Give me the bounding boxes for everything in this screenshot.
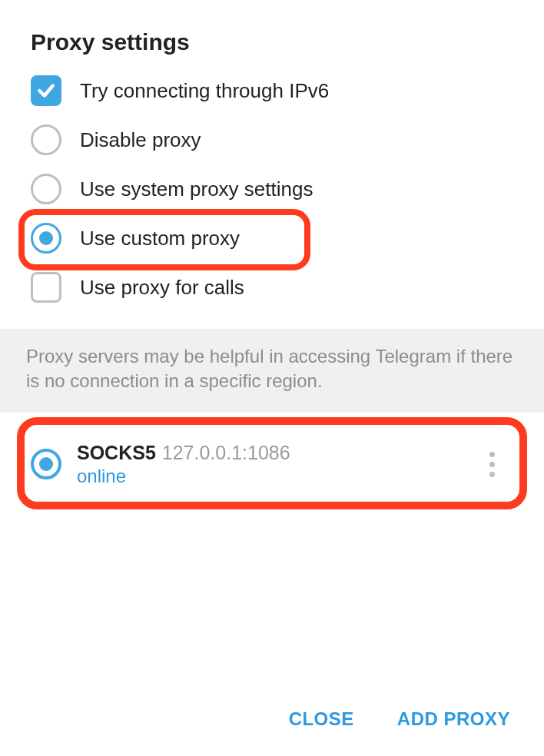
checkbox-icon [31, 75, 61, 106]
dialog-title: Proxy settings [0, 0, 544, 75]
option-label: Try connecting through IPv6 [80, 79, 329, 103]
hint-text: Proxy servers may be helpful in accessin… [26, 344, 518, 394]
proxy-info: SOCKS5127.0.0.1:1086 online [77, 442, 290, 487]
option-label: Use proxy for calls [80, 276, 244, 300]
radio-icon [31, 124, 61, 155]
option-disable-proxy[interactable]: Disable proxy [31, 124, 513, 155]
radio-icon [31, 174, 61, 204]
option-label: Use system proxy settings [80, 177, 313, 201]
proxy-item[interactable]: SOCKS5127.0.0.1:1086 online [26, 428, 518, 501]
proxy-settings-dialog: Proxy settings Try connecting through IP… [0, 0, 544, 756]
proxy-status: online [77, 466, 290, 487]
close-button[interactable]: CLOSE [289, 708, 354, 730]
check-icon [36, 81, 56, 101]
option-system-proxy[interactable]: Use system proxy settings [31, 174, 513, 204]
proxy-type: SOCKS5 [77, 442, 156, 463]
proxy-list: SOCKS5127.0.0.1:1086 online [0, 413, 544, 516]
proxy-address: 127.0.0.1:1086 [162, 442, 290, 463]
hint-panel: Proxy servers may be helpful in accessin… [0, 329, 544, 413]
radio-icon [31, 223, 61, 254]
option-label: Disable proxy [80, 128, 201, 152]
dialog-footer: CLOSE ADD PROXY [0, 687, 544, 756]
option-ipv6[interactable]: Try connecting through IPv6 [31, 75, 513, 106]
radio-icon [31, 449, 61, 479]
more-icon[interactable] [476, 446, 507, 482]
checkbox-icon [31, 272, 61, 303]
option-label: Use custom proxy [80, 227, 240, 250]
option-proxy-for-calls[interactable]: Use proxy for calls [31, 272, 513, 303]
option-custom-proxy[interactable]: Use custom proxy [31, 223, 513, 254]
add-proxy-button[interactable]: ADD PROXY [397, 708, 510, 730]
options-list: Try connecting through IPv6 Disable prox… [0, 75, 544, 313]
